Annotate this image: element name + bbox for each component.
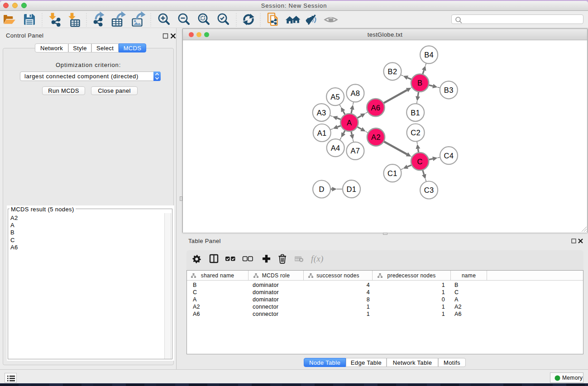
svg-text:A8: A8 [350,89,360,97]
svg-text:C: C [417,157,422,166]
svg-text:C4: C4 [444,152,454,160]
svg-text:C3: C3 [424,186,434,194]
svg-text:D1: D1 [347,185,357,193]
svg-text:B: B [417,79,422,87]
svg-text:D: D [319,185,324,193]
svg-text:A7: A7 [350,147,360,155]
svg-text:A5: A5 [330,93,340,101]
svg-text:A6: A6 [371,104,380,112]
svg-text:B2: B2 [388,67,397,76]
svg-text:A4: A4 [331,144,340,152]
svg-text:B4: B4 [424,51,434,59]
svg-text:C1: C1 [387,169,397,177]
svg-text:A1: A1 [317,129,327,137]
svg-text:A3: A3 [317,109,326,117]
svg-text:f(x): f(x) [311,254,324,264]
svg-text:A: A [347,119,352,127]
svg-text:B3: B3 [444,86,454,94]
svg-text:C2: C2 [411,129,421,137]
svg-text:B1: B1 [411,109,420,117]
svg-text:A2: A2 [371,133,381,141]
